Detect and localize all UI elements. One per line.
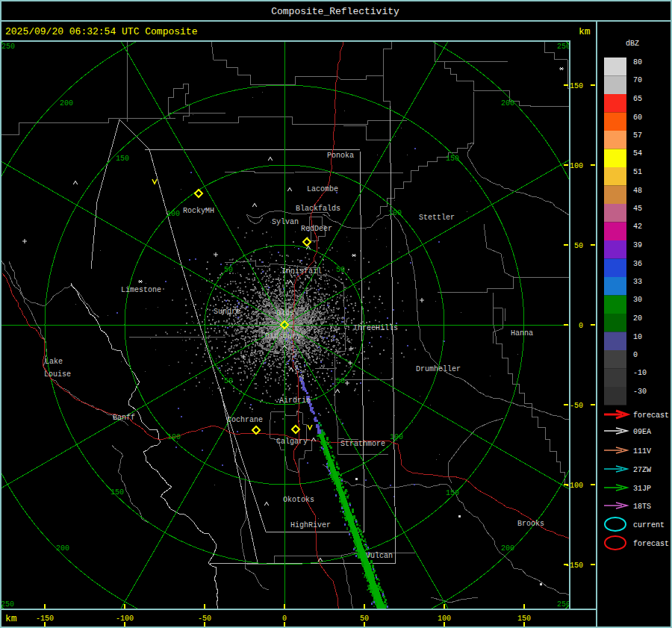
svg-text:Calgary: Calgary [276,438,308,446]
svg-text:42: 42 [633,223,642,231]
svg-text:Banff: Banff [113,414,135,422]
svg-text:Hanna: Hanna [511,329,533,338]
svg-text:-50: -50 [570,402,583,410]
svg-text:50: 50 [574,242,583,250]
svg-text:80: 80 [633,58,642,66]
svg-text:2025/09/20 06:32:54 UTC Compos: 2025/09/20 06:32:54 UTC Composite [5,26,197,37]
svg-text:150: 150 [446,489,459,497]
svg-text:150: 150 [570,82,583,90]
svg-text:36: 36 [633,260,642,268]
svg-text:-100: -100 [565,482,583,490]
svg-text:-50: -50 [198,615,211,623]
svg-text:18TS: 18TS [633,503,651,511]
svg-text:20: 20 [633,314,642,323]
svg-text:Stettler: Stettler [419,214,455,222]
svg-text:54: 54 [633,149,642,158]
svg-text:200: 200 [60,99,73,108]
svg-text:0: 0 [579,322,583,330]
svg-text:48: 48 [633,187,642,195]
svg-text:60: 60 [633,114,642,122]
svg-text:0: 0 [282,615,287,623]
svg-text:km: km [579,26,591,37]
svg-text:forecast: forecast [633,411,669,420]
svg-text:ThreeHills: ThreeHills [353,324,398,332]
svg-text:Drumheller: Drumheller [416,365,461,373]
svg-text:33: 33 [633,278,642,286]
svg-text:Brooks: Brooks [517,520,544,528]
svg-text:Composite_Reflectivity: Composite_Reflectivity [271,6,399,17]
svg-text:Didsbury: Didsbury [265,332,301,341]
svg-text:51: 51 [633,168,642,176]
svg-text:Lake: Lake [45,358,63,366]
svg-text:dBZ: dBZ [626,40,639,48]
svg-text:Okotoks: Okotoks [283,496,314,504]
svg-text:100: 100 [438,615,451,623]
svg-text:10: 10 [633,333,642,341]
svg-text:100: 100 [388,209,402,217]
svg-text:200: 200 [501,99,514,108]
svg-text:57: 57 [633,131,642,140]
svg-text:150: 150 [446,155,459,163]
svg-text:0: 0 [633,351,638,359]
svg-text:Airdrie: Airdrie [279,397,311,405]
svg-text:-10: -10 [633,369,647,377]
svg-text:100: 100 [167,210,180,218]
svg-text:200: 200 [501,544,514,553]
svg-text:Innisfail: Innisfail [281,267,322,276]
svg-text:250: 250 [1,43,15,51]
svg-text:200: 200 [56,544,69,553]
svg-text:Louise: Louise [44,370,71,379]
svg-text:-150: -150 [565,562,583,570]
svg-text:100: 100 [167,433,181,441]
svg-text:RedDeer: RedDeer [301,225,332,233]
svg-text:100: 100 [390,433,403,441]
svg-text:current: current [633,521,665,529]
svg-text:09EA: 09EA [633,428,651,436]
svg-text:50: 50 [336,266,345,274]
svg-text:Lacombe: Lacombe [307,185,338,193]
svg-text:100: 100 [570,162,583,170]
svg-text:50: 50 [224,266,233,274]
svg-text:65: 65 [633,95,642,103]
svg-text:Vulcan: Vulcan [366,552,393,560]
svg-text:250: 250 [557,600,570,609]
svg-text:Sundre: Sundre [214,308,240,316]
svg-text:31JP: 31JP [633,485,651,493]
svg-text:Sylvan: Sylvan [272,218,299,226]
svg-text:27ZW: 27ZW [633,466,651,474]
svg-text:70: 70 [633,76,642,84]
svg-text:150: 150 [116,155,129,163]
svg-text:Strathmore: Strathmore [340,440,385,448]
svg-text:45: 45 [633,205,642,213]
svg-text:50: 50 [224,377,233,385]
svg-text:forecast: forecast [633,540,669,548]
svg-text:39: 39 [633,241,642,249]
svg-text:Olds: Olds [276,309,294,317]
svg-text:50: 50 [336,377,345,385]
svg-text:150: 150 [517,615,531,623]
svg-text:Ponoka: Ponoka [327,152,354,160]
svg-text:30: 30 [633,296,642,304]
svg-text:RockyMH: RockyMH [183,207,214,215]
svg-text:Limestone: Limestone [121,286,161,294]
svg-text:250: 250 [1,600,14,609]
svg-text:150: 150 [111,488,124,497]
svg-text:50: 50 [360,615,369,623]
svg-text:HighRiver: HighRiver [290,521,331,529]
svg-text:-150: -150 [36,615,54,623]
svg-text:km: km [5,613,17,624]
svg-text:Cochrane: Cochrane [227,416,263,424]
svg-text:250: 250 [557,43,570,51]
svg-text:-30: -30 [633,388,647,396]
svg-text:Blackfalds: Blackfalds [296,205,340,213]
svg-text:111V: 111V [633,447,651,456]
svg-text:-100: -100 [116,615,134,623]
